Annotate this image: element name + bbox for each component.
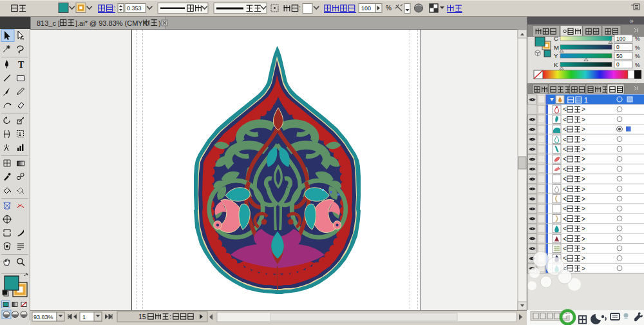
svg-text:>: > — [582, 136, 585, 143]
svg-text:<: < — [563, 126, 567, 133]
svg-text::: : — [113, 4, 115, 12]
svg-text:>: > — [582, 205, 585, 212]
svg-text:<: < — [563, 155, 567, 162]
svg-text:1: 1 — [584, 96, 588, 104]
svg-text:T: T — [18, 60, 24, 70]
svg-text:>: > — [582, 116, 585, 123]
svg-text:<: < — [563, 116, 567, 123]
svg-text:>: > — [582, 255, 585, 262]
svg-text:>: > — [582, 235, 585, 242]
svg-text:93.83%: 93.83% — [33, 314, 53, 320]
svg-text:<: < — [563, 146, 567, 153]
svg-text:<: < — [563, 106, 567, 113]
svg-text::: : — [354, 4, 355, 12]
svg-text:K: K — [554, 61, 558, 68]
svg-text:%: % — [635, 62, 640, 68]
svg-text::: : — [169, 313, 171, 320]
svg-text:>: > — [582, 265, 585, 272]
svg-text:): ) — [158, 19, 161, 27]
svg-text:%: % — [386, 5, 392, 12]
svg-text:<: < — [563, 215, 567, 222]
svg-text:»: » — [630, 17, 634, 25]
svg-text:<: < — [563, 195, 567, 202]
svg-text:>: > — [582, 225, 585, 232]
svg-text:>: > — [582, 195, 585, 202]
svg-text:1: 1 — [82, 314, 86, 320]
svg-text:%: % — [635, 35, 640, 42]
svg-text:<: < — [563, 136, 567, 143]
svg-text:<: < — [563, 235, 567, 242]
svg-text:<: < — [563, 186, 567, 193]
svg-text:0: 0 — [616, 61, 620, 68]
svg-text:>: > — [582, 175, 585, 182]
svg-text:%: % — [635, 53, 640, 59]
svg-text:M: M — [554, 44, 559, 51]
svg-text:>: > — [582, 146, 585, 153]
svg-text:<: < — [563, 205, 567, 212]
svg-text:>: > — [582, 106, 585, 113]
svg-text:C: C — [554, 35, 558, 42]
svg-text:<: < — [563, 225, 567, 232]
svg-text:%: % — [635, 44, 640, 51]
svg-text:].ai* @ 93.83% (CMYK/: ].ai* @ 93.83% (CMYK/ — [75, 19, 150, 27]
svg-text:<: < — [563, 166, 567, 173]
svg-text:>: > — [582, 245, 585, 252]
svg-text:<: < — [563, 245, 567, 252]
svg-text:>: > — [582, 155, 585, 162]
svg-text:15: 15 — [138, 313, 146, 320]
svg-text:100: 100 — [361, 5, 371, 12]
svg-text:>: > — [582, 126, 585, 133]
svg-text:>: > — [582, 215, 585, 222]
svg-text::: : — [299, 4, 301, 12]
svg-text:100: 100 — [616, 35, 625, 42]
svg-text:Y: Y — [554, 52, 558, 59]
svg-text:50: 50 — [616, 53, 623, 59]
svg-text:0: 0 — [616, 44, 620, 50]
svg-text:813_c [: 813_c [ — [37, 19, 60, 27]
svg-text:>: > — [582, 186, 585, 193]
svg-text:>: > — [582, 166, 585, 173]
svg-text:<: < — [563, 255, 567, 262]
svg-text:0.353: 0.353 — [127, 5, 142, 12]
svg-text:<: < — [563, 175, 567, 182]
